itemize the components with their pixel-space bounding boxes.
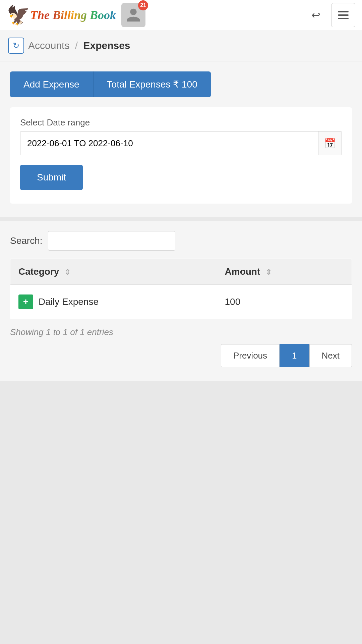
refresh-button[interactable]: ↻ — [8, 38, 24, 54]
date-range-label: Select Date range — [20, 117, 342, 128]
breadcrumb-current: Expenses — [83, 40, 130, 51]
table-row: + Daily Expense 100 — [10, 285, 352, 319]
pagination-controls: Previous 1 Next — [10, 344, 352, 367]
search-input[interactable] — [48, 231, 175, 251]
header: 🦅 The Billing Book 21 ↩ — [0, 0, 362, 30]
search-row: Search: — [10, 231, 352, 251]
logout-icon: ↩ — [311, 9, 320, 21]
cell-category: + Daily Expense — [10, 285, 217, 319]
menu-line-3 — [338, 18, 349, 19]
table-section: Search: Category ⇕ Amount ⇕ — [0, 221, 362, 381]
user-icon — [125, 7, 141, 23]
date-input-wrapper: 📅 — [20, 131, 342, 155]
search-label: Search: — [10, 235, 43, 246]
table-header: Category ⇕ Amount ⇕ — [10, 259, 352, 285]
user-avatar[interactable]: 21 — [121, 3, 145, 27]
logo-bird-icon: 🦅 — [7, 6, 30, 24]
main-content: Add Expense Total Expenses ₹ 100 Select … — [0, 61, 362, 381]
header-right: ↩ — [306, 3, 355, 27]
filter-card: Add Expense Total Expenses ₹ 100 Select … — [0, 61, 362, 217]
submit-button[interactable]: Submit — [20, 165, 83, 190]
category-name: Daily Expense — [39, 297, 99, 307]
header-left: 🦅 The Billing Book 21 — [7, 3, 145, 27]
logo-text: The Billing Book — [30, 8, 116, 22]
table-body: + Daily Expense 100 — [10, 285, 352, 319]
notification-badge: 21 — [138, 0, 148, 10]
breadcrumb-accounts[interactable]: Accounts — [28, 40, 69, 51]
pagination-info: Showing 1 to 1 of 1 entries — [10, 327, 352, 337]
breadcrumb: ↻ Accounts / Expenses — [0, 30, 362, 61]
menu-button[interactable] — [331, 3, 355, 27]
add-expense-button[interactable]: Add Expense — [10, 71, 93, 97]
category-cell: + Daily Expense — [18, 294, 209, 309]
refresh-icon: ↻ — [13, 41, 19, 50]
date-range-input[interactable] — [20, 132, 318, 155]
action-buttons: Add Expense Total Expenses ₹ 100 — [10, 71, 352, 97]
calendar-button[interactable]: 📅 — [318, 131, 342, 155]
total-expenses-button[interactable]: Total Expenses ₹ 100 — [93, 71, 211, 97]
sort-amount-icon: ⇕ — [265, 268, 272, 277]
expense-table: Category ⇕ Amount ⇕ + Daily Expense — [10, 259, 352, 319]
menu-line-2 — [338, 14, 349, 16]
next-button[interactable]: Next — [309, 344, 352, 367]
column-category-label: Category — [18, 266, 59, 277]
calendar-icon: 📅 — [324, 138, 336, 149]
column-amount-label: Amount — [225, 266, 260, 277]
page-1-button[interactable]: 1 — [280, 344, 309, 367]
menu-line-1 — [338, 11, 349, 12]
cell-amount: 100 — [217, 285, 352, 319]
logout-button[interactable]: ↩ — [306, 5, 326, 25]
column-header-category[interactable]: Category ⇕ — [10, 259, 217, 285]
breadcrumb-text: Accounts / Expenses — [28, 40, 130, 51]
breadcrumb-separator: / — [75, 40, 78, 51]
previous-button[interactable]: Previous — [221, 344, 280, 367]
sort-category-icon: ⇕ — [64, 268, 70, 277]
column-header-amount[interactable]: Amount ⇕ — [217, 259, 352, 285]
logo-wrapper: 🦅 The Billing Book — [7, 6, 116, 24]
add-icon: + — [18, 294, 33, 309]
table-header-row: Category ⇕ Amount ⇕ — [10, 259, 352, 285]
filter-form: Select Date range 📅 Submit — [10, 107, 352, 204]
